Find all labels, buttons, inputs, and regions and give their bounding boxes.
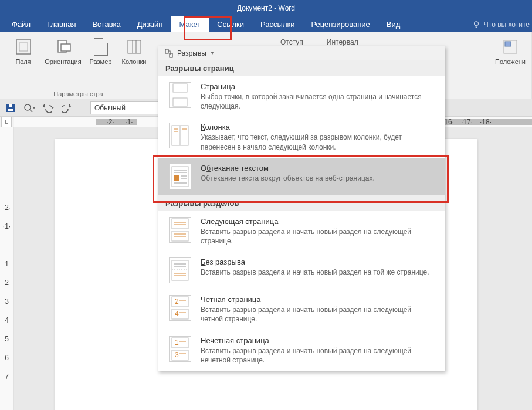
undo-icon xyxy=(42,103,52,113)
size-icon xyxy=(91,37,111,57)
svg-text:2: 2 xyxy=(175,297,179,306)
tab-view[interactable]: Вид xyxy=(378,16,409,32)
redo-icon xyxy=(62,103,72,113)
tab-selector[interactable]: L xyxy=(1,117,12,127)
svg-line-14 xyxy=(30,110,32,112)
indent-header: Отступ xyxy=(280,38,303,46)
menu-item-title: Страница xyxy=(201,82,434,91)
svg-rect-31 xyxy=(172,219,188,229)
tab-review[interactable]: Рецензирование xyxy=(303,16,378,32)
svg-point-13 xyxy=(25,104,31,110)
even-page-icon: 24 xyxy=(169,295,191,321)
size-button[interactable]: Размер xyxy=(86,35,116,68)
menu-item-desc: Обтекание текста вокруг объектов на веб-… xyxy=(201,174,375,183)
tab-insert[interactable]: Вставка xyxy=(84,16,128,32)
svg-rect-5 xyxy=(128,40,141,53)
menu-item-title: Нечетная страница xyxy=(201,336,434,345)
window-title: Документ2 - Word xyxy=(237,4,295,12)
menu-item-even-page[interactable]: 24 Четная страница Вставить разрыв разде… xyxy=(158,289,445,330)
menu-item-desc: Вставить разрыв раздела и начать новый р… xyxy=(201,346,434,365)
page-break-icon xyxy=(169,82,191,108)
tab-references[interactable]: Ссылки xyxy=(209,16,252,32)
tab-file[interactable]: Файл xyxy=(4,16,39,32)
position-button[interactable]: Положени xyxy=(493,35,528,68)
menu-item-page-break[interactable]: Страница Выбор точки, в которой заканчив… xyxy=(158,76,445,117)
columns-button[interactable]: Колонки xyxy=(117,35,151,68)
vertical-ruler[interactable]: ·2··1·1234567 xyxy=(0,127,14,410)
svg-rect-9 xyxy=(505,42,511,46)
redo-button[interactable] xyxy=(60,101,74,115)
group-position: Положени xyxy=(489,32,532,99)
svg-rect-37 xyxy=(172,260,188,280)
quick-print-button[interactable]: ▾ xyxy=(22,101,36,115)
svg-rect-1 xyxy=(16,40,31,54)
tab-design[interactable]: Дизайн xyxy=(129,16,171,32)
menu-item-desc: Указывает, что текст, следующий за разры… xyxy=(201,133,434,151)
columns-icon xyxy=(124,37,144,57)
save-icon xyxy=(6,103,15,113)
tab-mailings[interactable]: Рассылки xyxy=(252,16,303,32)
orientation-icon xyxy=(53,37,73,57)
spacing-header: Интервал xyxy=(327,38,358,46)
svg-rect-25 xyxy=(174,175,179,181)
tab-home[interactable]: Главная xyxy=(39,16,84,32)
orientation-button[interactable]: Ориентация xyxy=(42,35,84,68)
menu-item-next-page[interactable]: Следующая страница Вставить разрыв разде… xyxy=(158,211,445,252)
save-button[interactable] xyxy=(4,101,18,115)
column-break-icon xyxy=(169,123,191,148)
menu-item-title: Колонка xyxy=(201,123,434,131)
svg-text:3: 3 xyxy=(175,351,179,359)
menu-item-desc: Вставить разрыв раздела и начать новый р… xyxy=(201,305,434,324)
menu-header-sections: Разрывы разделов xyxy=(158,195,445,211)
menu-item-desc: Вставить разрыв раздела и начать новый р… xyxy=(201,227,434,246)
svg-rect-15 xyxy=(165,49,168,53)
menu-item-continuous[interactable]: Без разрыва Вставить разрыв раздела и на… xyxy=(158,252,445,289)
group-page-setup: Поля Ориентация Размер Колонки Параметры… xyxy=(0,32,157,99)
svg-rect-12 xyxy=(9,104,12,107)
breaks-icon xyxy=(164,49,174,58)
undo-button[interactable]: ▾ xyxy=(41,101,55,115)
svg-rect-17 xyxy=(173,84,187,92)
next-page-icon xyxy=(169,217,191,243)
menu-header-pages: Разрывы страниц xyxy=(158,60,445,76)
style-dropdown[interactable]: Обычный ▼ xyxy=(90,101,167,114)
svg-rect-4 xyxy=(61,44,70,51)
margins-button[interactable]: Поля xyxy=(6,35,41,68)
text-wrapping-icon xyxy=(169,164,191,189)
svg-point-0 xyxy=(474,21,478,25)
chevron-down-icon: ▼ xyxy=(210,50,215,56)
svg-rect-2 xyxy=(19,43,28,51)
menu-item-title: Обтекание текстом xyxy=(201,164,375,172)
lightbulb-icon xyxy=(472,21,480,29)
menu-item-title: Четная страница xyxy=(201,295,434,304)
group-label-page-setup: Параметры стра xyxy=(53,89,103,97)
menu-item-title: Следующая страница xyxy=(201,217,434,226)
svg-rect-11 xyxy=(8,109,13,111)
odd-page-icon: 13 xyxy=(169,336,191,362)
breaks-menu: Разрывы ▼ Разрывы страниц Страница Выбор… xyxy=(158,46,445,371)
ribbon-tabs: Файл Главная Вставка Дизайн Макет Ссылки… xyxy=(0,16,532,32)
print-preview-icon xyxy=(23,103,33,113)
continuous-icon xyxy=(169,257,191,283)
margins-icon xyxy=(13,37,33,57)
tab-layout[interactable]: Макет xyxy=(171,16,209,32)
breaks-dropdown-button[interactable]: Разрывы ▼ xyxy=(158,46,445,60)
menu-item-title: Без разрыва xyxy=(201,257,429,266)
menu-item-desc: Выбор точки, в которой заканчивается одн… xyxy=(201,92,434,111)
menu-item-desc: Вставить разрыв раздела и начать новый р… xyxy=(201,267,429,277)
svg-text:1: 1 xyxy=(175,338,179,347)
position-icon xyxy=(500,37,520,57)
svg-text:4: 4 xyxy=(175,310,179,318)
menu-item-column-break[interactable]: Колонка Указывает, что текст, следующий … xyxy=(158,117,445,157)
title-bar: Документ2 - Word xyxy=(0,0,532,16)
tell-me[interactable]: Что вы хотите xyxy=(472,16,530,32)
svg-rect-18 xyxy=(173,98,187,106)
menu-item-text-wrapping-break[interactable]: Обтекание текстом Обтекание текста вокру… xyxy=(158,158,445,195)
menu-item-odd-page[interactable]: 13 Нечетная страница Вставить разрыв раз… xyxy=(158,330,445,371)
